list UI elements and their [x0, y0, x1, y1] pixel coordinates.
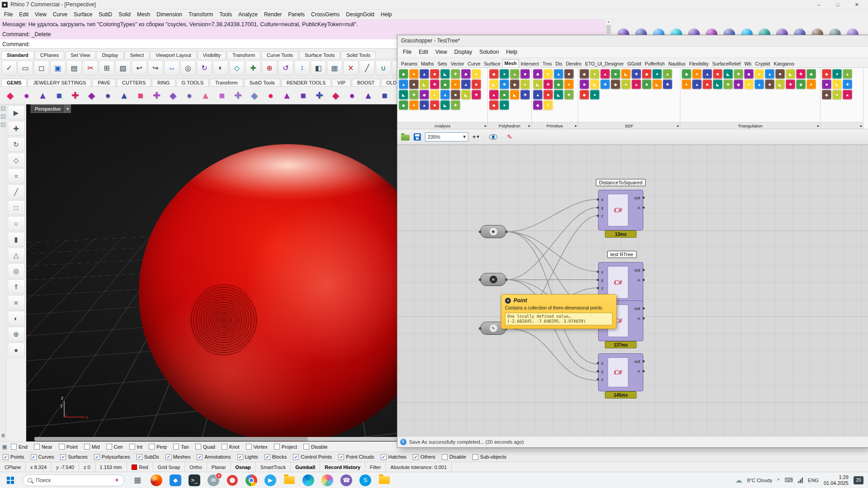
move-icon[interactable]: ✚	[245, 61, 261, 75]
rotate-view-icon[interactable]: ↻	[197, 61, 212, 75]
gh-component-icon[interactable]: ✚	[796, 69, 806, 79]
gh-component-icon[interactable]: ◆	[822, 69, 831, 79]
shade-icon[interactable]: ◐	[213, 61, 228, 75]
new-file-icon[interactable]: ▭	[18, 61, 33, 75]
gh-component-icon[interactable]: ◣	[420, 80, 429, 89]
osnap-perp[interactable]: Perp	[149, 444, 167, 450]
gh-tab-sets[interactable]: Sets	[436, 60, 449, 67]
clock[interactable]: 1:29 01.04.2025	[824, 474, 849, 486]
gh-tab-flexibility[interactable]: Flexibility	[687, 60, 710, 67]
trim-icon[interactable]: ✕	[343, 61, 359, 75]
jewelry-tool-23[interactable]: ▲	[361, 88, 376, 103]
filter-control-points[interactable]: ✓Control Points	[293, 454, 332, 460]
gh-component-icon[interactable]: ◆	[489, 100, 499, 110]
menu-view[interactable]: View	[32, 10, 50, 19]
jewelry-tool-11[interactable]: ◆	[165, 88, 180, 103]
maximize-button[interactable]: □	[828, 0, 847, 9]
jewelry-tool-15[interactable]: ✚	[231, 88, 245, 103]
gh-component-icon[interactable]: ●	[692, 69, 702, 79]
gh-component-icon[interactable]: ●	[543, 100, 553, 110]
gear-icon[interactable]: ⚙	[0, 433, 6, 439]
gh-component-icon[interactable]: ◣	[510, 90, 519, 99]
navigate-button[interactable]: + ▾	[472, 133, 479, 140]
status-layer[interactable]: Red	[127, 462, 153, 472]
jewelry-tool-4[interactable]: ■	[52, 88, 66, 103]
point-param-node[interactable]: ✕	[480, 273, 506, 286]
taskbar-viber[interactable]: ☎	[340, 474, 353, 487]
gh-component-icon[interactable]: ✚	[472, 90, 481, 99]
gh-component-icon[interactable]: ✚	[500, 80, 509, 89]
toolbar-tab-display[interactable]: Display	[96, 51, 123, 59]
gh-component-icon[interactable]: ✚	[564, 90, 574, 99]
gh-component-icon[interactable]: ◣	[399, 90, 408, 99]
gh-component-icon[interactable]: ◆	[580, 90, 589, 99]
panel-tab-icon[interactable]	[1, 106, 5, 111]
gh-component-icon[interactable]: ◣	[652, 80, 662, 89]
taskbar-mail[interactable]: ✉8	[207, 474, 220, 487]
gh-component-icon[interactable]: ◆	[796, 80, 806, 89]
taskbar-task-view[interactable]: ▦	[131, 474, 144, 487]
gh-component-icon[interactable]: ▲	[843, 90, 852, 99]
gh-component-icon[interactable]: ▲	[533, 90, 542, 99]
line-tool-button[interactable]: ╱	[8, 184, 25, 199]
scale-icon[interactable]: ↕	[294, 61, 310, 75]
toolbar-tab-curve-tools[interactable]: Curve Tools	[261, 51, 298, 59]
save-document-icon[interactable]	[414, 133, 421, 141]
sphere-tool-button[interactable]: ○	[8, 216, 25, 231]
menu-transform[interactable]: Transform	[185, 10, 216, 19]
group-label-analysis[interactable]: Analysis▸	[397, 122, 487, 129]
copy-icon[interactable]: ⊞	[99, 61, 114, 75]
extrude-tool-button[interactable]: ⇑	[8, 279, 25, 294]
gh-component-icon[interactable]: ■	[430, 69, 439, 79]
toolbar-tab-select[interactable]: Select	[125, 51, 150, 59]
group-label-triangulation[interactable]: Triangulation▸	[680, 122, 820, 129]
gh-component-icon[interactable]: ▲	[600, 69, 610, 79]
gh-component-icon[interactable]: ●	[451, 80, 460, 89]
status-x[interactable]: x 8.324	[26, 462, 52, 472]
scroll-up-icon[interactable]: ▴	[605, 19, 612, 23]
menu-tools[interactable]: Tools	[216, 10, 235, 19]
weather-text[interactable]: 8°C Cloudy	[747, 478, 772, 483]
search-input[interactable]: Поиск ✦	[23, 474, 124, 486]
panel-tab-icon[interactable]	[1, 114, 5, 119]
gh-component-icon[interactable]: ◆	[580, 69, 589, 79]
gh-component-icon[interactable]: ●	[744, 80, 754, 89]
gh-menu-help[interactable]: Help	[503, 48, 521, 56]
jewelry-tab-render-tools[interactable]: RENDER TOOLS	[281, 79, 331, 86]
jewelry-tool-13[interactable]: ▲	[198, 88, 213, 103]
save-icon[interactable]: ▣	[50, 61, 66, 75]
gh-component-icon[interactable]: ◣	[533, 80, 542, 89]
minimize-button[interactable]: –	[809, 0, 828, 9]
gh-component-icon[interactable]: ■	[564, 69, 574, 79]
jewelry-tab-subd-tools[interactable]: SubD Tools	[244, 79, 280, 86]
toolbar-tab-standard[interactable]: Standard	[1, 51, 34, 59]
toggle-ortho[interactable]: Ortho	[185, 462, 207, 472]
gh-component-icon[interactable]: ◆	[682, 69, 691, 79]
gh-component-icon[interactable]: ▲	[440, 90, 450, 99]
taskbar-edge[interactable]	[302, 474, 315, 487]
gh-component-icon[interactable]: ■	[472, 80, 481, 89]
menu-dimension[interactable]: Dimension	[153, 10, 185, 19]
box-tool-button[interactable]: □	[8, 200, 25, 215]
gh-component-icon[interactable]: ▲	[554, 69, 563, 79]
cut-icon[interactable]: ✂	[83, 61, 98, 75]
status-units[interactable]: 1.153 mm	[95, 462, 127, 472]
gh-component-icon[interactable]: ▲	[663, 69, 672, 79]
gh-menu-solution[interactable]: Solution	[476, 48, 502, 56]
filter-curves[interactable]: ✓Curves	[31, 454, 54, 460]
scrollbar-thumb[interactable]	[34, 437, 308, 441]
jewelry-tool-1[interactable]: ◆	[3, 88, 18, 103]
menu-crossgems[interactable]: CrossGems	[308, 10, 343, 19]
gh-component-icon[interactable]: ▲	[843, 69, 852, 79]
select-tool-button[interactable]: ▶	[8, 105, 25, 120]
gh-tab-ggold[interactable]: GGold	[626, 60, 643, 67]
gh-component-icon[interactable]: ◆	[822, 90, 831, 99]
gh-component-icon[interactable]: ◣	[590, 80, 599, 89]
jewelry-tab-vip[interactable]: VIP	[332, 79, 351, 86]
gh-component-icon[interactable]: ◆	[642, 69, 651, 79]
gh-component-icon[interactable]: ✚	[520, 90, 530, 99]
scrollbar-thumb[interactable]	[606, 25, 611, 34]
curve-tool-button[interactable]: ≈	[8, 169, 25, 183]
menu-surface[interactable]: Surface	[71, 10, 95, 19]
filter-sub-objects[interactable]: Sub-objects	[472, 454, 506, 460]
